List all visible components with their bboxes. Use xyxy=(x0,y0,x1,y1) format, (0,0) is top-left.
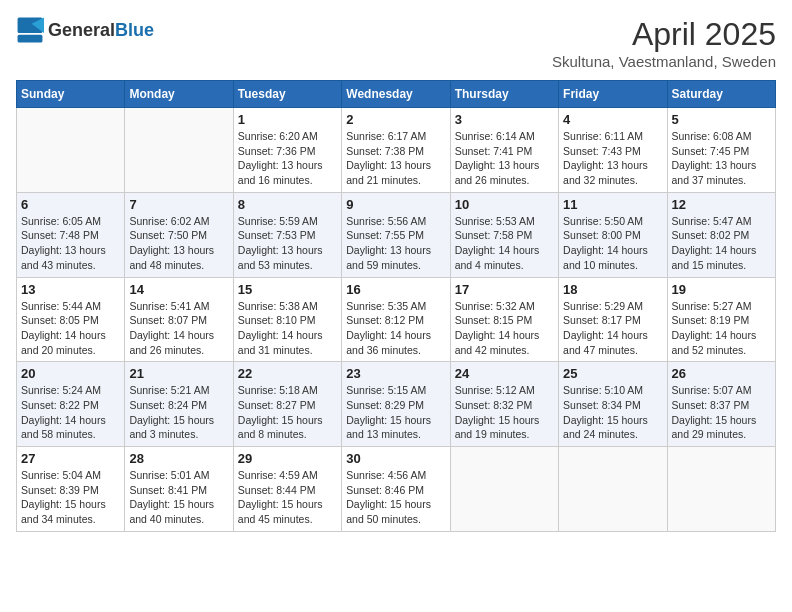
day-number: 28 xyxy=(129,451,228,466)
day-info: Sunrise: 5:24 AM Sunset: 8:22 PM Dayligh… xyxy=(21,383,120,442)
day-number: 23 xyxy=(346,366,445,381)
day-number: 26 xyxy=(672,366,771,381)
logo-text-blue: Blue xyxy=(115,20,154,40)
calendar-cell xyxy=(125,108,233,193)
calendar-cell: 30Sunrise: 4:56 AM Sunset: 8:46 PM Dayli… xyxy=(342,447,450,532)
logo-text-general: General xyxy=(48,20,115,40)
calendar-cell: 18Sunrise: 5:29 AM Sunset: 8:17 PM Dayli… xyxy=(559,277,667,362)
weekday-header: Friday xyxy=(559,81,667,108)
day-number: 21 xyxy=(129,366,228,381)
day-info: Sunrise: 5:59 AM Sunset: 7:53 PM Dayligh… xyxy=(238,214,337,273)
calendar-cell: 15Sunrise: 5:38 AM Sunset: 8:10 PM Dayli… xyxy=(233,277,341,362)
calendar-cell xyxy=(667,447,775,532)
day-info: Sunrise: 5:50 AM Sunset: 8:00 PM Dayligh… xyxy=(563,214,662,273)
day-number: 12 xyxy=(672,197,771,212)
calendar-cell xyxy=(450,447,558,532)
day-number: 6 xyxy=(21,197,120,212)
calendar-week-row: 6Sunrise: 6:05 AM Sunset: 7:48 PM Daylig… xyxy=(17,192,776,277)
calendar-cell: 29Sunrise: 4:59 AM Sunset: 8:44 PM Dayli… xyxy=(233,447,341,532)
day-number: 24 xyxy=(455,366,554,381)
calendar-cell: 4Sunrise: 6:11 AM Sunset: 7:43 PM Daylig… xyxy=(559,108,667,193)
calendar-cell: 11Sunrise: 5:50 AM Sunset: 8:00 PM Dayli… xyxy=(559,192,667,277)
calendar-cell: 23Sunrise: 5:15 AM Sunset: 8:29 PM Dayli… xyxy=(342,362,450,447)
day-number: 22 xyxy=(238,366,337,381)
calendar-cell: 13Sunrise: 5:44 AM Sunset: 8:05 PM Dayli… xyxy=(17,277,125,362)
weekday-row: SundayMondayTuesdayWednesdayThursdayFrid… xyxy=(17,81,776,108)
weekday-header: Thursday xyxy=(450,81,558,108)
day-number: 19 xyxy=(672,282,771,297)
calendar-cell: 3Sunrise: 6:14 AM Sunset: 7:41 PM Daylig… xyxy=(450,108,558,193)
day-info: Sunrise: 5:38 AM Sunset: 8:10 PM Dayligh… xyxy=(238,299,337,358)
calendar-cell xyxy=(17,108,125,193)
calendar-cell: 22Sunrise: 5:18 AM Sunset: 8:27 PM Dayli… xyxy=(233,362,341,447)
day-number: 25 xyxy=(563,366,662,381)
calendar-cell: 12Sunrise: 5:47 AM Sunset: 8:02 PM Dayli… xyxy=(667,192,775,277)
calendar-cell: 21Sunrise: 5:21 AM Sunset: 8:24 PM Dayli… xyxy=(125,362,233,447)
calendar-cell xyxy=(559,447,667,532)
day-number: 13 xyxy=(21,282,120,297)
calendar-cell: 17Sunrise: 5:32 AM Sunset: 8:15 PM Dayli… xyxy=(450,277,558,362)
day-number: 9 xyxy=(346,197,445,212)
svg-rect-2 xyxy=(18,35,43,43)
day-info: Sunrise: 5:41 AM Sunset: 8:07 PM Dayligh… xyxy=(129,299,228,358)
weekday-header: Tuesday xyxy=(233,81,341,108)
page-header: GeneralBlue April 2025 Skultuna, Vaestma… xyxy=(16,16,776,70)
day-number: 10 xyxy=(455,197,554,212)
day-number: 4 xyxy=(563,112,662,127)
calendar-cell: 2Sunrise: 6:17 AM Sunset: 7:38 PM Daylig… xyxy=(342,108,450,193)
day-info: Sunrise: 6:05 AM Sunset: 7:48 PM Dayligh… xyxy=(21,214,120,273)
day-number: 14 xyxy=(129,282,228,297)
day-info: Sunrise: 6:08 AM Sunset: 7:45 PM Dayligh… xyxy=(672,129,771,188)
day-info: Sunrise: 4:56 AM Sunset: 8:46 PM Dayligh… xyxy=(346,468,445,527)
calendar-cell: 26Sunrise: 5:07 AM Sunset: 8:37 PM Dayli… xyxy=(667,362,775,447)
calendar-cell: 6Sunrise: 6:05 AM Sunset: 7:48 PM Daylig… xyxy=(17,192,125,277)
day-number: 30 xyxy=(346,451,445,466)
calendar-week-row: 13Sunrise: 5:44 AM Sunset: 8:05 PM Dayli… xyxy=(17,277,776,362)
day-number: 5 xyxy=(672,112,771,127)
day-info: Sunrise: 5:29 AM Sunset: 8:17 PM Dayligh… xyxy=(563,299,662,358)
calendar-table: SundayMondayTuesdayWednesdayThursdayFrid… xyxy=(16,80,776,532)
calendar-cell: 16Sunrise: 5:35 AM Sunset: 8:12 PM Dayli… xyxy=(342,277,450,362)
day-info: Sunrise: 5:18 AM Sunset: 8:27 PM Dayligh… xyxy=(238,383,337,442)
day-info: Sunrise: 5:04 AM Sunset: 8:39 PM Dayligh… xyxy=(21,468,120,527)
day-info: Sunrise: 6:02 AM Sunset: 7:50 PM Dayligh… xyxy=(129,214,228,273)
calendar-title: April 2025 xyxy=(552,16,776,53)
day-info: Sunrise: 6:20 AM Sunset: 7:36 PM Dayligh… xyxy=(238,129,337,188)
weekday-header: Sunday xyxy=(17,81,125,108)
day-number: 29 xyxy=(238,451,337,466)
day-number: 1 xyxy=(238,112,337,127)
day-info: Sunrise: 5:21 AM Sunset: 8:24 PM Dayligh… xyxy=(129,383,228,442)
calendar-cell: 8Sunrise: 5:59 AM Sunset: 7:53 PM Daylig… xyxy=(233,192,341,277)
day-number: 17 xyxy=(455,282,554,297)
weekday-header: Saturday xyxy=(667,81,775,108)
calendar-cell: 1Sunrise: 6:20 AM Sunset: 7:36 PM Daylig… xyxy=(233,108,341,193)
calendar-cell: 24Sunrise: 5:12 AM Sunset: 8:32 PM Dayli… xyxy=(450,362,558,447)
calendar-subtitle: Skultuna, Vaestmanland, Sweden xyxy=(552,53,776,70)
calendar-cell: 19Sunrise: 5:27 AM Sunset: 8:19 PM Dayli… xyxy=(667,277,775,362)
weekday-header: Wednesday xyxy=(342,81,450,108)
day-info: Sunrise: 5:47 AM Sunset: 8:02 PM Dayligh… xyxy=(672,214,771,273)
day-number: 18 xyxy=(563,282,662,297)
calendar-cell: 5Sunrise: 6:08 AM Sunset: 7:45 PM Daylig… xyxy=(667,108,775,193)
day-number: 3 xyxy=(455,112,554,127)
calendar-week-row: 20Sunrise: 5:24 AM Sunset: 8:22 PM Dayli… xyxy=(17,362,776,447)
day-info: Sunrise: 5:15 AM Sunset: 8:29 PM Dayligh… xyxy=(346,383,445,442)
day-number: 20 xyxy=(21,366,120,381)
calendar-week-row: 27Sunrise: 5:04 AM Sunset: 8:39 PM Dayli… xyxy=(17,447,776,532)
calendar-cell: 28Sunrise: 5:01 AM Sunset: 8:41 PM Dayli… xyxy=(125,447,233,532)
day-number: 8 xyxy=(238,197,337,212)
calendar-cell: 25Sunrise: 5:10 AM Sunset: 8:34 PM Dayli… xyxy=(559,362,667,447)
day-info: Sunrise: 5:32 AM Sunset: 8:15 PM Dayligh… xyxy=(455,299,554,358)
day-number: 16 xyxy=(346,282,445,297)
title-block: April 2025 Skultuna, Vaestmanland, Swede… xyxy=(552,16,776,70)
logo: GeneralBlue xyxy=(16,16,154,44)
day-number: 15 xyxy=(238,282,337,297)
day-info: Sunrise: 5:12 AM Sunset: 8:32 PM Dayligh… xyxy=(455,383,554,442)
day-info: Sunrise: 4:59 AM Sunset: 8:44 PM Dayligh… xyxy=(238,468,337,527)
calendar-cell: 14Sunrise: 5:41 AM Sunset: 8:07 PM Dayli… xyxy=(125,277,233,362)
day-info: Sunrise: 5:44 AM Sunset: 8:05 PM Dayligh… xyxy=(21,299,120,358)
day-info: Sunrise: 5:07 AM Sunset: 8:37 PM Dayligh… xyxy=(672,383,771,442)
day-info: Sunrise: 5:56 AM Sunset: 7:55 PM Dayligh… xyxy=(346,214,445,273)
day-info: Sunrise: 5:35 AM Sunset: 8:12 PM Dayligh… xyxy=(346,299,445,358)
logo-icon xyxy=(16,16,44,44)
